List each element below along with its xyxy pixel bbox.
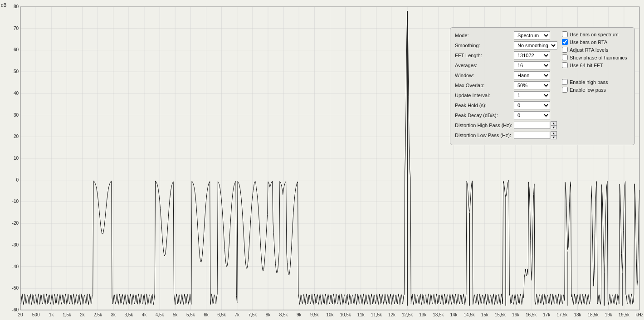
dist-low-input[interactable]: 20000 [514,132,550,139]
averages-row: Averages: 16 8 4 [455,61,557,69]
show-phase-row: Show phase of harmonics [562,54,630,60]
dist-low-up[interactable]: ▲ [551,131,557,135]
dist-low-down[interactable]: ▼ [551,135,557,139]
enable-low-row: Enable low pass [562,87,630,93]
smoothing-label: Smoothing: [455,43,514,48]
mode-select[interactable]: Spectrum RTA [514,31,550,39]
fft-label: FFT Length: [455,53,514,58]
window-select[interactable]: Hann Hamming Blackman [514,71,550,79]
peak-hold-select[interactable]: 0 1 5 [514,101,550,109]
controls-right: Use bars on spectrum Use bars on RTA Adj… [562,31,630,141]
controls-panel: Mode: Spectrum RTA Smoothing: No smoothi… [450,27,635,145]
dist-high-up[interactable]: ▲ [551,121,557,125]
use-64bit-checkbox[interactable] [562,62,568,68]
window-row: Window: Hann Hamming Blackman [455,71,557,79]
update-interval-label: Update Interval: [455,93,514,98]
max-overlap-label: Max Overlap: [455,83,514,88]
adjust-rta-label: Adjust RTA levels [570,47,608,53]
use-bars-spectrum-checkbox[interactable] [562,31,568,37]
mode-row: Mode: Spectrum RTA [455,31,557,39]
update-interval-select[interactable]: 1 2 5 [514,91,550,99]
max-overlap-select[interactable]: 50% 75% 25% [514,81,550,89]
adjust-rta-checkbox[interactable] [562,47,568,53]
dist-low-spin-buttons: ▲ ▼ [551,131,557,139]
use-bars-spectrum-row: Use bars on spectrum [562,31,630,37]
max-overlap-row: Max Overlap: 50% 75% 25% [455,81,557,89]
mode-label: Mode: [455,33,514,38]
peak-hold-row: Peak Hold (s): 0 1 5 [455,101,557,109]
enable-low-label: Enable low pass [570,87,606,93]
dist-high-label: Distortion High Pass (Hz): [455,123,514,128]
dist-low-spinbox: 20000 ▲ ▼ [514,131,557,139]
dist-high-down[interactable]: ▼ [551,125,557,129]
peak-hold-label: Peak Hold (s): [455,103,514,108]
dist-low-label: Distortion Low Pass (Hz): [455,133,514,138]
peak-decay-select[interactable]: 0 6 12 [514,111,550,119]
dist-low-row: Distortion Low Pass (Hz): 20000 ▲ ▼ [455,131,557,139]
fft-select[interactable]: 131072 65536 32768 [514,51,550,59]
adjust-rta-row: Adjust RTA levels [562,47,630,53]
use-64bit-label: Use 64-bit FFT [570,63,603,68]
window-label: Window: [455,73,514,78]
dist-high-row: Distortion High Pass (Hz): 20 ▲ ▼ [455,121,557,129]
controls-left: Mode: Spectrum RTA Smoothing: No smoothi… [455,31,557,141]
averages-label: Averages: [455,63,514,68]
averages-select[interactable]: 16 8 4 [514,61,550,69]
enable-low-checkbox[interactable] [562,87,568,93]
dist-high-spinbox: 20 ▲ ▼ [514,121,557,129]
show-phase-label: Show phase of harmonics [570,55,627,60]
smoothing-row: Smoothing: No smoothing 1/3 octave 1/6 o… [455,41,557,49]
peak-decay-row: Peak Decay (dB/s): 0 6 12 [455,111,557,119]
use-bars-rta-row: Use bars on RTA [562,39,630,45]
use-64bit-row: Use 64-bit FFT [562,62,630,68]
enable-high-label: Enable high pass [570,79,608,85]
show-phase-checkbox[interactable] [562,54,568,60]
peak-decay-label: Peak Decay (dB/s): [455,113,514,118]
use-bars-rta-checkbox[interactable] [562,39,568,45]
dist-high-spin-buttons: ▲ ▼ [551,121,557,129]
enable-high-checkbox[interactable] [562,79,568,85]
smoothing-select[interactable]: No smoothing 1/3 octave 1/6 octave [514,41,557,49]
dist-high-input[interactable]: 20 [514,122,550,129]
use-bars-spectrum-label: Use bars on spectrum [570,32,619,37]
main-container: dB Mode: Spectrum RTA Smoothing: [0,0,644,320]
chart-area: dB Mode: Spectrum RTA Smoothing: [0,0,644,320]
fft-row: FFT Length: 131072 65536 32768 [455,51,557,59]
update-interval-row: Update Interval: 1 2 5 [455,91,557,99]
enable-high-row: Enable high pass [562,79,630,85]
use-bars-rta-label: Use bars on RTA [570,39,607,45]
